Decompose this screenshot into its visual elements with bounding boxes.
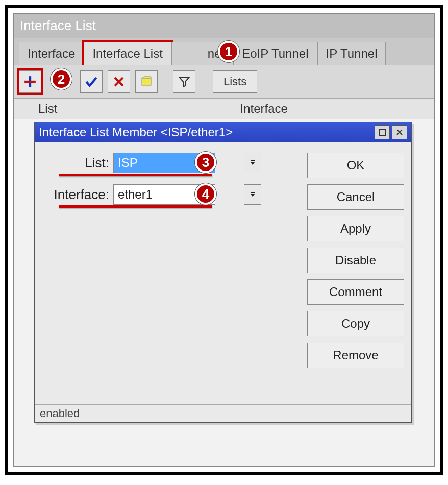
ok-button[interactable]: OK: [307, 153, 404, 178]
list-dropdown-button[interactable]: [244, 153, 261, 173]
chevron-down-icon: [249, 159, 256, 166]
dialog-buttons: OK Cancel Apply Disable Comment Copy Rem…: [297, 153, 404, 399]
svg-rect-1: [24, 81, 36, 83]
dialog-form: List: 3 Interface: 4: [42, 153, 297, 399]
column-list[interactable]: List: [32, 99, 234, 119]
add-button[interactable]: [19, 70, 41, 93]
minimize-button[interactable]: [375, 125, 390, 139]
annotation-underline: [59, 205, 212, 208]
comment-button[interactable]: Comment: [307, 279, 404, 305]
annotation-underline: [59, 174, 212, 176]
content-area: Interface List Member <ISP/ether1> List:…: [14, 119, 434, 466]
disable-button[interactable]: [108, 70, 130, 93]
annotation-badge-1: 1: [218, 41, 239, 62]
toolbar: 2: [14, 65, 434, 99]
column-interface[interactable]: Interface: [234, 99, 434, 119]
label-interface: Interface:: [42, 187, 113, 203]
plus-icon: [23, 75, 37, 88]
label-list: List:: [42, 155, 113, 171]
svg-rect-4: [251, 160, 255, 161]
check-icon: [85, 75, 98, 88]
filter-button[interactable]: [173, 70, 195, 93]
svg-rect-2: [142, 78, 151, 85]
interface-dropdown-button[interactable]: [244, 184, 261, 205]
dialog-status: enabled: [35, 404, 411, 422]
tab-interface-list[interactable]: Interface List: [84, 42, 171, 65]
annotation-badge-2: 2: [51, 68, 72, 90]
interface-list-member-dialog: Interface List Member <ISP/ether1> List:…: [34, 122, 412, 423]
row-handle-column: [14, 99, 32, 119]
field-interface-row: Interface: 4: [42, 184, 297, 205]
field-list-row: List: 3: [42, 153, 297, 173]
tabs: Interface Interface List 1 net EoIP Tunn…: [14, 38, 434, 65]
dialog-title: Interface List Member <ISP/ether1>: [39, 125, 372, 139]
enable-button[interactable]: [80, 70, 103, 93]
lists-button[interactable]: Lists: [213, 70, 257, 93]
close-icon: [396, 129, 403, 136]
note-icon: [140, 76, 153, 88]
apply-button[interactable]: Apply: [307, 216, 404, 241]
tab-eoip-tunnel[interactable]: EoIP Tunnel: [233, 42, 317, 65]
annotation-badge-3: 3: [195, 152, 216, 173]
tab-interface[interactable]: Interface: [19, 42, 84, 65]
dialog-titlebar[interactable]: Interface List Member <ISP/ether1>: [35, 122, 411, 142]
chevron-down-icon: [249, 191, 256, 198]
x-icon: [113, 76, 125, 88]
comment-button[interactable]: [135, 70, 158, 93]
funnel-icon: [178, 76, 190, 88]
remove-button[interactable]: Remove: [307, 343, 404, 368]
tab-ip-tunnel[interactable]: IP Tunnel: [317, 42, 386, 65]
window-title: Interface List: [14, 14, 434, 38]
cancel-button[interactable]: Cancel: [307, 184, 404, 210]
svg-rect-5: [251, 192, 255, 193]
disable-button[interactable]: Disable: [307, 248, 404, 273]
tab-interface-list-label: Interface List: [92, 46, 162, 60]
copy-button[interactable]: Copy: [307, 311, 404, 336]
column-headers: List Interface: [14, 99, 434, 119]
window-icon: [379, 129, 386, 136]
close-button[interactable]: [392, 125, 407, 139]
svg-rect-3: [379, 129, 385, 135]
interface-list-window: Interface List Interface Interface List …: [13, 13, 435, 467]
annotation-badge-4: 4: [195, 183, 216, 205]
